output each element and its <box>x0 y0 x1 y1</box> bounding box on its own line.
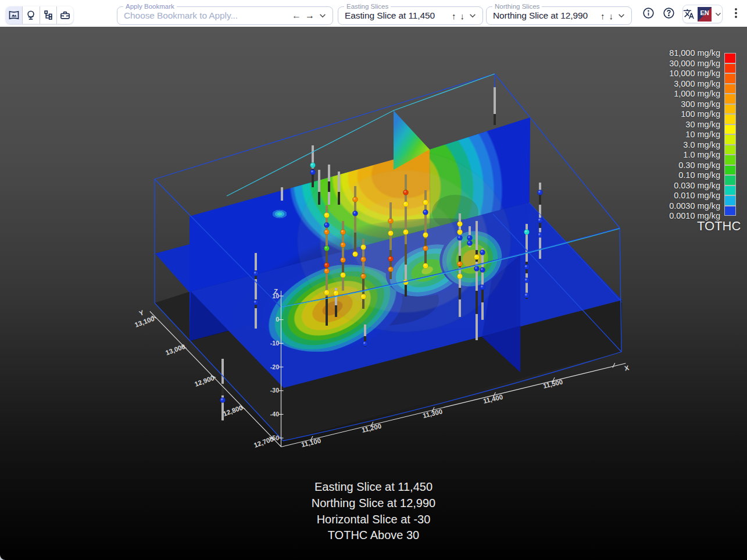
svg-text:0: 0 <box>276 316 279 323</box>
svg-text:-20: -20 <box>270 363 279 370</box>
svg-text:-50: -50 <box>270 434 279 441</box>
svg-text:10: 10 <box>272 293 279 299</box>
svg-text:-10: -10 <box>270 340 279 347</box>
svg-text:-40: -40 <box>270 411 279 418</box>
svg-text:-30: -30 <box>270 387 279 394</box>
